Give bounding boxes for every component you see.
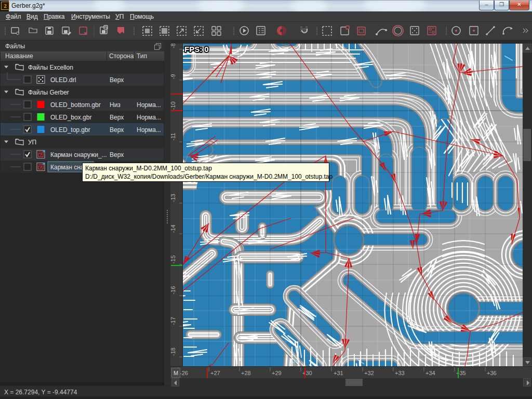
svg-text:+33: +33: [395, 370, 405, 376]
svg-text:-15: -15: [170, 255, 176, 263]
svg-text:OLED.drl: OLED.drl: [50, 76, 76, 84]
svg-text:Норма...: Норма...: [137, 126, 161, 134]
svg-text:-9: -9: [170, 74, 176, 79]
svg-text:+36: +36: [487, 370, 497, 376]
svg-text:Верх: Верх: [110, 114, 124, 121]
svg-text:+32: +32: [364, 370, 374, 376]
svg-text:Норма...: Норма...: [137, 101, 161, 109]
svg-text:-11: -11: [170, 133, 176, 141]
svg-text:+35: +35: [456, 370, 466, 376]
svg-text:Верх: Верх: [110, 151, 124, 158]
svg-text:+31: +31: [334, 370, 343, 376]
svg-text:-18: -18: [170, 348, 176, 356]
svg-text:+29: +29: [272, 370, 282, 376]
svg-text:-13: -13: [170, 194, 176, 202]
svg-text:-8: -8: [170, 44, 176, 48]
svg-text:Файлы Gerber: Файлы Gerber: [28, 89, 69, 96]
svg-text:2: 2: [4, 3, 7, 9]
svg-text:OLED_box.gbr: OLED_box.gbr: [50, 114, 91, 121]
svg-text:+34: +34: [425, 370, 435, 376]
svg-text:Файлы Excellon: Файлы Excellon: [28, 64, 73, 71]
svg-text:OLED_top.gbr: OLED_top.gbr: [50, 126, 90, 134]
svg-text:-16: -16: [170, 286, 176, 295]
svg-text:Норма...: Норма...: [137, 114, 161, 121]
svg-text:+28: +28: [241, 370, 251, 376]
svg-text:-17: -17: [170, 317, 176, 325]
svg-text:-10: -10: [170, 101, 176, 110]
svg-text:+27: +27: [210, 370, 220, 376]
svg-text:-26: -26: [180, 370, 188, 376]
svg-text:Верх: Верх: [110, 76, 124, 84]
svg-text:-14: -14: [170, 224, 176, 233]
svg-text:FPS: 0: FPS: 0: [184, 45, 209, 54]
svg-text:OLED_bottom.gbr: OLED_bottom.gbr: [50, 101, 101, 109]
svg-text:Карман сна: Карман сна: [50, 164, 84, 171]
svg-text:Верх: Верх: [110, 126, 124, 134]
svg-text:Карман снаружи_...: Карман снаружи_...: [50, 151, 107, 158]
svg-text:УП: УП: [28, 139, 36, 146]
svg-text:+30: +30: [302, 370, 312, 376]
svg-text:Низ: Низ: [110, 101, 121, 109]
